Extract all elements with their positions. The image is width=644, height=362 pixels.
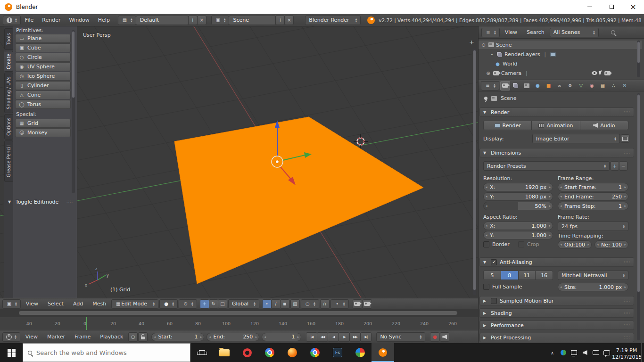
viewport-menu-select[interactable]: Select (43, 301, 68, 307)
viewport-scrollbar[interactable] (473, 48, 476, 295)
outliner-row-renderlayers[interactable]: RenderLayers (479, 50, 642, 58)
timeline-scrollbar[interactable] (0, 309, 478, 317)
outliner-scrollbar[interactable] (637, 41, 640, 77)
proportional-edit-select[interactable] (301, 299, 319, 309)
collapse-icon[interactable] (480, 42, 487, 48)
outliner-row-scene[interactable]: Scene (479, 41, 642, 49)
panel-grip-icon[interactable] (624, 323, 630, 328)
add-circle-button[interactable]: ○Circle (15, 53, 71, 62)
delete-scene-button[interactable] (284, 16, 294, 25)
editor-type-info-button[interactable] (3, 16, 21, 25)
end-frame-field[interactable]: End Frame:250 (558, 192, 628, 201)
render-panel-header[interactable]: Render (479, 107, 634, 117)
panel-grip-icon[interactable] (624, 260, 630, 264)
crop-checkbox[interactable] (518, 241, 524, 247)
current-frame-line[interactable] (86, 317, 87, 330)
hidden-icons-button[interactable] (547, 343, 558, 362)
scene-browse-button[interactable] (211, 16, 230, 25)
border-checkbox[interactable] (483, 241, 489, 247)
render-button[interactable]: Render (483, 121, 532, 130)
viewport-shading-select[interactable] (159, 299, 178, 309)
tab-particles[interactable] (609, 81, 619, 90)
add-plane-button[interactable]: ▭Plane (15, 34, 71, 43)
viewport-3d[interactable]: y z x User Persp (1) Grid + Tools Create… (0, 26, 478, 309)
edge-select-button[interactable] (271, 299, 281, 309)
viewport-menu-view[interactable]: View (22, 301, 42, 307)
timeline-menu-view[interactable]: View (21, 334, 42, 340)
tab-render-layers[interactable] (511, 81, 521, 90)
screen-layout-name-field[interactable]: Default (136, 16, 189, 25)
opera-button[interactable] (236, 343, 258, 362)
touch-keyboard-button[interactable] (590, 343, 601, 362)
add-torus-button[interactable]: ◯Torus (15, 100, 71, 109)
browser-button[interactable] (304, 343, 326, 362)
delete-layout-button[interactable] (197, 16, 206, 25)
aspect-y-field[interactable]: Y:1.000 (483, 231, 553, 239)
tab-physics[interactable] (619, 81, 629, 90)
volume-button[interactable] (579, 343, 590, 362)
tab-grease-pencil[interactable]: Grease Pencil (4, 140, 13, 182)
current-frame-field[interactable]: 1 (262, 333, 301, 341)
properties-scrollbar-thumb[interactable] (637, 94, 640, 292)
aa-samples-5-button[interactable]: 5 (483, 271, 501, 280)
occlude-geometry-button[interactable] (290, 299, 300, 309)
outliner-scrollbar-thumb[interactable] (637, 41, 640, 63)
end-frame-field[interactable]: End:250 (206, 333, 259, 341)
previous-keyframe-button[interactable] (317, 332, 328, 342)
outliner-item-label[interactable]: Camera (501, 70, 521, 76)
outliner-row-world[interactable]: World (479, 59, 642, 68)
add-scene-button[interactable] (275, 16, 285, 25)
start-button[interactable] (0, 343, 23, 362)
use-preview-range-button[interactable] (128, 332, 138, 342)
fs-app-button[interactable]: Fs (326, 343, 349, 362)
lock-interface-button[interactable] (621, 134, 629, 143)
menu-render[interactable]: Render (38, 17, 65, 23)
task-view-button[interactable] (190, 343, 213, 362)
panel-grip-icon[interactable] (624, 335, 630, 340)
add-preset-button[interactable] (611, 161, 619, 171)
render-presets-select[interactable]: Render Presets (483, 161, 610, 171)
tab-material[interactable] (587, 81, 597, 90)
aa-samples-8-button[interactable]: 8 (501, 271, 519, 280)
start-frame-field[interactable]: Start Frame:1 (558, 183, 628, 191)
time-remap-new-field[interactable]: Ne:100 (594, 240, 628, 249)
rotate-manipulator-button[interactable] (209, 299, 218, 309)
shading-panel-header[interactable]: Shading (479, 308, 634, 318)
render-engine-select[interactable]: Blender Render (305, 16, 361, 25)
tab-constraints[interactable] (554, 81, 564, 90)
frame-step-field[interactable]: Frame Step:1 (558, 202, 628, 210)
outliner-scope-select[interactable]: All Scenes (550, 28, 599, 37)
tab-create[interactable]: Create (4, 51, 13, 72)
audio-button[interactable]: Audio (580, 121, 628, 130)
firefox-button[interactable] (281, 343, 304, 362)
tab-object-data[interactable] (576, 81, 586, 90)
file-explorer-button[interactable] (213, 343, 236, 362)
panel-grip-icon[interactable] (624, 311, 630, 315)
tray-app-button[interactable] (558, 343, 569, 362)
play-reverse-button[interactable] (328, 332, 339, 342)
panel-grip-icon[interactable] (624, 298, 630, 303)
search-input[interactable] (36, 349, 185, 356)
taskbar-search[interactable] (23, 343, 190, 362)
frame-rate-select[interactable]: 24 fps (558, 222, 628, 231)
add-cylinder-button[interactable]: ▯Cylinder (15, 81, 71, 90)
tab-shading-uvs[interactable]: Shading / UVs (4, 73, 13, 113)
maximize-button[interactable] (601, 0, 622, 14)
scene-name-field[interactable]: Scene (229, 16, 276, 25)
editor-type-outliner-button[interactable] (481, 28, 500, 37)
post-processing-panel-header[interactable]: Post Processing (479, 333, 634, 342)
motion-blur-checkbox[interactable] (491, 298, 497, 304)
audio-scrubbing-button[interactable] (440, 332, 449, 342)
timeline-scrollbar-thumb[interactable] (19, 311, 457, 315)
tool-shelf-scrollbar[interactable] (72, 30, 75, 193)
timeline-menu-playback[interactable]: Playback (96, 334, 127, 340)
mode-select[interactable]: Edit Mode (111, 299, 158, 309)
transform-orientation-select[interactable]: Global (228, 299, 259, 309)
resolution-y-field[interactable]: Y:1080 px (483, 192, 553, 201)
visibility-toggle-icon[interactable] (592, 71, 597, 75)
antialiasing-checkbox[interactable] (491, 259, 497, 265)
renderability-toggle-icon[interactable] (604, 71, 611, 75)
scale-manipulator-button[interactable] (218, 299, 227, 309)
tab-tools[interactable]: Tools (4, 28, 13, 50)
lock-time-button[interactable] (138, 332, 148, 342)
